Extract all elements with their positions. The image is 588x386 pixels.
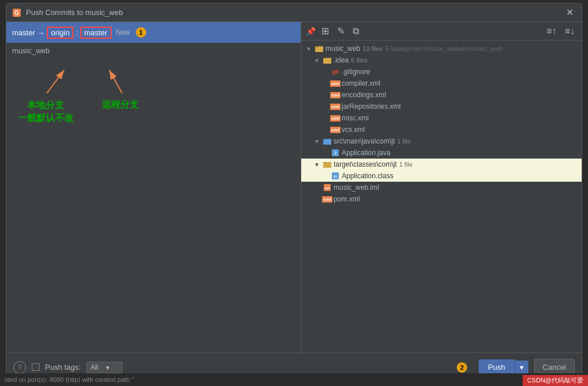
- list-item[interactable]: J Application.java: [301, 147, 582, 159]
- push-button[interactable]: Push: [479, 359, 515, 375]
- copy-icon[interactable]: ⧉: [350, 25, 361, 38]
- tree-root[interactable]: ▼ music_web 10 files E:\java\project\mus…: [301, 43, 582, 54]
- xml-icon: xml: [331, 79, 340, 88]
- list-item[interactable]: iml music_web.iml: [301, 182, 582, 193]
- left-panel: master → origin : master New 1 music_web: [6, 22, 301, 352]
- main-content: master → origin : master New 1 music_web: [6, 22, 582, 352]
- java-icon: J: [331, 148, 340, 157]
- right-toolbar: 📌 ⊞ ✎ ⧉ ≡↑ ≡↓: [301, 22, 582, 41]
- svg-text:iml: iml: [325, 186, 330, 190]
- annotation-remote: 远程分支: [102, 99, 139, 111]
- pom-label: pom.xml: [334, 195, 360, 203]
- xml-icon: xml: [331, 90, 340, 100]
- svg-text:G: G: [14, 10, 19, 16]
- root-arrow: ▼: [306, 46, 313, 52]
- idea-folder-icon: [323, 56, 332, 65]
- idea-count: 6 files: [351, 57, 368, 64]
- iml-icon: iml: [323, 183, 332, 192]
- svg-rect-15: [323, 162, 327, 163]
- root-path: E:\java\project\music_website\music_web: [385, 45, 502, 52]
- csdn-badge: CSDN@代码敲可爱: [523, 375, 588, 386]
- branch-prefix: master →: [12, 28, 45, 37]
- gitignore-label: .gitignore: [342, 68, 370, 76]
- idea-arrow: ▼: [314, 57, 321, 64]
- push-tags-checkbox[interactable]: [32, 363, 39, 371]
- app-icon: G: [12, 8, 21, 17]
- dialog-title: Push Commits to music_web: [26, 8, 123, 17]
- push-tags-label: Push tags:: [45, 363, 80, 372]
- list-item[interactable]: ▼ target\classes\com\jt 1 file: [301, 159, 582, 170]
- help-button[interactable]: ?: [13, 361, 26, 374]
- xml-icon: xml: [331, 125, 340, 134]
- sort-asc-icon[interactable]: ≡↑: [544, 25, 559, 38]
- status-text: nted on port(s): 8080 (http) with contex…: [5, 376, 134, 383]
- encodings-label: encodings.xml: [342, 91, 386, 99]
- appclass-label: Application.class: [342, 172, 393, 180]
- svg-rect-11: [323, 139, 327, 140]
- musicxml-label: music_web.iml: [334, 183, 379, 192]
- edit-icon[interactable]: ✎: [335, 24, 347, 38]
- branch-row: master → origin : master New 1: [6, 22, 301, 43]
- git-icon: git: [331, 67, 340, 76]
- list-item[interactable]: ▼ src\main\java\com\jt 1 file: [301, 135, 582, 147]
- src-count: 1 file: [397, 138, 411, 145]
- root-folder-icon: [315, 44, 324, 53]
- master-box[interactable]: master: [80, 27, 112, 39]
- origin-box[interactable]: origin: [47, 27, 73, 39]
- svg-line-4: [47, 70, 64, 93]
- branch-separator: :: [76, 28, 78, 37]
- list-item[interactable]: ▼ .idea 6 files: [301, 54, 582, 66]
- list-item[interactable]: git .gitignore: [301, 66, 582, 78]
- compiler-label: compiler.xml: [342, 79, 380, 87]
- grid-icon[interactable]: ⊞: [319, 24, 331, 38]
- list-item[interactable]: xml encodings.xml: [301, 89, 582, 101]
- svg-text:J: J: [334, 151, 336, 155]
- root-label: music_web: [326, 45, 360, 53]
- title-bar: G Push Commits to music_web ✕: [6, 3, 582, 22]
- vcs-label: vcs.xml: [342, 126, 365, 134]
- push-commits-dialog: G Push Commits to music_web ✕ master → o…: [6, 3, 582, 382]
- jarrepos-label: jarRepositories.xml: [342, 102, 401, 111]
- right-panel: 📌 ⊞ ✎ ⧉ ≡↑ ≡↓ ▼ music_web 10 files: [301, 22, 582, 352]
- list-item[interactable]: xml misc.xml: [301, 112, 582, 124]
- file-tree: ▼ music_web 10 files E:\java\project\mus…: [301, 41, 582, 352]
- svg-line-5: [109, 70, 122, 93]
- list-item[interactable]: xml pom.xml: [301, 193, 582, 205]
- src-arrow: ▼: [314, 138, 321, 145]
- list-item[interactable]: xml compiler.xml: [301, 78, 582, 89]
- target-count: 1 file: [399, 161, 412, 168]
- svg-rect-7: [315, 46, 319, 47]
- misc-label: misc.xml: [342, 114, 369, 122]
- list-item[interactable]: 01 Application.class: [301, 170, 582, 182]
- push-tags-dropdown[interactable]: All ▼: [86, 362, 123, 373]
- repo-name-row: music_web: [6, 43, 301, 58]
- new-badge: New: [116, 28, 130, 36]
- class-icon: 01: [331, 171, 340, 181]
- target-label: target\classes\com\jt: [334, 160, 397, 168]
- root-count: 10 files: [363, 45, 383, 52]
- pom-icon: xml: [323, 194, 332, 204]
- annotation-local: 本地分支一般默认不改: [18, 99, 73, 125]
- repo-name: music_web: [12, 46, 50, 55]
- push-dropdown-button[interactable]: ▼: [515, 361, 528, 374]
- target-folder-icon: [323, 160, 332, 169]
- src-label: src\main\java\com\jt: [334, 137, 395, 145]
- dropdown-arrow-icon: ▼: [105, 365, 110, 371]
- appjava-label: Application.java: [342, 149, 390, 157]
- list-item[interactable]: xml vcs.xml: [301, 124, 582, 135]
- svg-text:01: 01: [334, 175, 338, 178]
- badge-2: 2: [457, 362, 467, 373]
- xml-icon: xml: [331, 113, 340, 123]
- target-arrow: ▼: [314, 161, 321, 168]
- push-button-group: Push ▼: [479, 359, 528, 375]
- svg-rect-9: [323, 58, 327, 59]
- close-button[interactable]: ✕: [564, 6, 576, 19]
- status-bar: nted on port(s): 8080 (http) with contex…: [0, 373, 588, 386]
- list-item[interactable]: xml jarRepositories.xml: [301, 101, 582, 112]
- pin-icon[interactable]: 📌: [306, 27, 316, 36]
- xml-icon: xml: [331, 102, 340, 111]
- title-bar-left: G Push Commits to music_web: [12, 8, 123, 17]
- dropdown-value: All: [90, 363, 98, 372]
- sort-desc-icon[interactable]: ≡↓: [563, 25, 577, 38]
- annotation-area: 本地分支一般默认不改 远程分支: [6, 58, 301, 352]
